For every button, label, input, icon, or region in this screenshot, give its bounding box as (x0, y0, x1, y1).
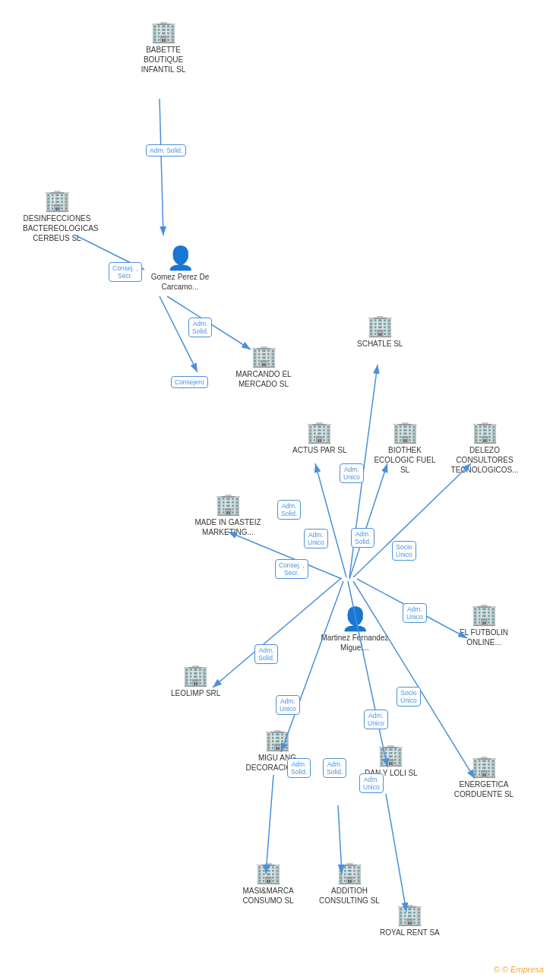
building-icon-babette: 🏢 (150, 21, 177, 43)
label-energetica: ENERGETICA CORDUENTE SL (450, 779, 518, 799)
edge-label-adm-unico-dan: Adm.Unico (364, 710, 388, 729)
node-masi: 🏢 MASI&MARCA CONSUMO SL (234, 862, 302, 906)
label-babette: BABETTE BOUTIQUE INFANTIL SL (129, 45, 198, 74)
svg-line-15 (266, 775, 273, 874)
label-biothek: BIOTHEK ECOLOGIC FUEL SL (371, 445, 439, 475)
label-royal: ROYAL RENT SA (380, 928, 440, 937)
label-made: MADE IN GASTEIZ MARKETING... (194, 517, 262, 537)
label-leolimp: LEOLIMP SRL (171, 688, 220, 698)
edge-label-adm-solid-babette: Adm. Solid. (146, 144, 186, 156)
label-masi: MASI&MARCA CONSUMO SL (234, 886, 302, 906)
edge-label-socio-unico-dan: SocioÚnico (397, 687, 421, 707)
label-delezo: DELEZO CONSULTORES TECNOLOGICOS... (450, 445, 519, 475)
node-delezo: 🏢 DELEZO CONSULTORES TECNOLOGICOS... (450, 422, 519, 475)
edge-label-adm-unico-elfutbolin: Adm.Unico (403, 603, 427, 623)
edge-label-adm-solid-leolimp: Adm.Solid. (254, 644, 278, 664)
label-elfutbolin: EL FUTBOLIN ONLINE... (450, 628, 518, 647)
building-icon-energetica: 🏢 (471, 756, 498, 777)
node-gomez: 👤 Gomez Perez De Carcamo... (146, 247, 214, 292)
node-biothek: 🏢 BIOTHEK ECOLOGIC FUEL SL (371, 422, 439, 475)
building-icon-miguel-ang: 🏢 (264, 729, 291, 751)
person-icon-gomez: 👤 (166, 247, 194, 270)
building-icon-dan-loli: 🏢 (378, 744, 404, 766)
arrows-svg (0, 0, 553, 957)
edge-label-adm-solid-miguel1: Adm.Solid. (287, 758, 311, 778)
building-icon-royal: 🏢 (397, 904, 423, 925)
label-actus: ACTUS PAR SL (292, 445, 347, 455)
node-elfutbolin: 🏢 EL FUTBOLIN ONLINE... (450, 604, 518, 647)
node-martinez: 👤 Martinez Fernandez Miguel... (321, 608, 389, 653)
node-desinfecciones: 🏢 DESINFECCIONES BACTEREOLOGICAS CERBEUS… (23, 190, 91, 243)
svg-line-17 (386, 794, 406, 912)
edge-label-adm-unico-made2: Adm.Unico (304, 529, 328, 548)
edge-label-adm-unico-actus: Adm.Unico (340, 463, 364, 483)
edge-label-adm-unico-leolimp2: Adm.Unico (276, 695, 300, 715)
edge-label-adm-solid-miguel2: Adm.Solid. (323, 758, 346, 778)
copyright-symbol: © (494, 965, 500, 974)
building-icon-additioh: 🏢 (337, 862, 363, 884)
node-made: 🏢 MADE IN GASTEIZ MARKETING... (194, 494, 262, 537)
label-additioh: ADDITIOH CONSULTING SL (315, 886, 384, 906)
edge-label-adm-solid-made: Adm.Solid. (277, 500, 301, 520)
building-icon-marcando: 🏢 (251, 346, 277, 367)
node-schatle: 🏢 SCHATLE SL (357, 315, 403, 349)
label-martinez: Martinez Fernandez Miguel... (321, 633, 389, 653)
node-leolimp: 🏢 LEOLIMP SRL (171, 665, 220, 698)
label-marcando: MARCANDO EL MERCADO SL (229, 369, 298, 389)
node-royal: 🏢 ROYAL RENT SA (380, 904, 440, 937)
edge-label-adm-solid-gomez-marcando: Adm.Solid. (188, 318, 212, 337)
building-icon-elfutbolin: 🏢 (471, 604, 498, 625)
node-energetica: 🏢 ENERGETICA CORDUENTE SL (450, 756, 518, 799)
person-icon-martinez: 👤 (341, 608, 369, 631)
label-schatle: SCHATLE SL (357, 339, 403, 349)
building-icon-masi: 🏢 (255, 862, 282, 884)
label-desinfecciones: DESINFECCIONES BACTEREOLOGICAS CERBEUS S… (23, 213, 91, 243)
edge-label-socio-unico-biothek: SocioÚnico (392, 541, 416, 561)
node-babette: 🏢 BABETTE BOUTIQUE INFANTIL SL (129, 21, 198, 74)
edge-label-consej-secr-desinf: Consej. ,Secr. (109, 262, 142, 282)
building-icon-delezo: 🏢 (472, 422, 498, 443)
edge-label-adm-unico-miguel: Adm.Unico (359, 773, 384, 793)
building-icon-biothek: 🏢 (392, 422, 419, 443)
node-marcando: 🏢 MARCANDO EL MERCADO SL (229, 346, 298, 389)
footer-brand: © Empresa (502, 965, 544, 974)
graph-container: 🏢 BABETTE BOUTIQUE INFANTIL SL 🏢 DESINFE… (0, 0, 553, 957)
footer: © © Empresa (494, 965, 544, 974)
building-icon-schatle: 🏢 (367, 315, 393, 337)
node-actus: 🏢 ACTUS PAR SL (292, 422, 347, 455)
node-additioh: 🏢 ADDITIOH CONSULTING SL (315, 862, 384, 906)
label-gomez: Gomez Perez De Carcamo... (146, 272, 214, 292)
edge-label-adm-solid-biothek: Adm.Solid. (351, 528, 374, 548)
building-icon-actus: 🏢 (306, 422, 333, 443)
building-icon-made: 🏢 (215, 494, 242, 515)
building-icon-desinfecciones: 🏢 (44, 190, 71, 211)
building-icon-leolimp: 🏢 (182, 665, 209, 686)
svg-line-1 (160, 99, 163, 236)
edge-label-consejero: Consejero (171, 376, 208, 388)
svg-line-12 (281, 581, 343, 752)
edge-label-consej-secr-made: Consej. ,Secr. (275, 559, 308, 579)
